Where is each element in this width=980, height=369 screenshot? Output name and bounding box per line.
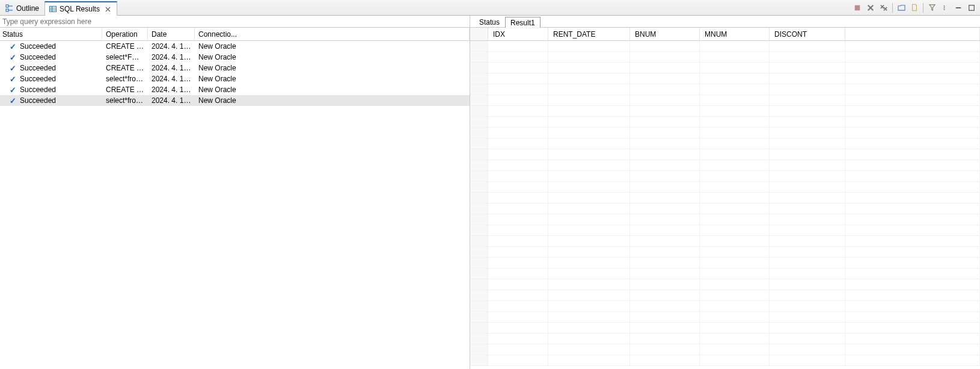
status-row[interactable]: ✓SucceededCREATE TA...2024. 4. 13...New …: [0, 84, 470, 95]
result-row[interactable]: [470, 301, 980, 312]
status-cell: ✓Succeeded: [0, 85, 102, 94]
header-empty: [845, 28, 980, 40]
filter-icon[interactable]: [926, 2, 938, 14]
header-idx[interactable]: IDX: [488, 28, 548, 40]
result-cell: [630, 128, 700, 138]
result-cell: [770, 138, 845, 149]
status-row[interactable]: ✓Succeededselect*from...2024. 4. 13...Ne…: [0, 95, 470, 106]
result-cell: [630, 182, 700, 192]
close-icon[interactable]: [105, 5, 112, 13]
result-cell: [548, 323, 630, 333]
result-row[interactable]: [470, 171, 980, 182]
header-mnum[interactable]: MNUM: [700, 28, 770, 40]
result-row[interactable]: [470, 236, 980, 247]
result-cell: [845, 149, 980, 160]
result-cell: [770, 214, 845, 225]
result-cell: [548, 117, 630, 127]
result-cell: [470, 312, 488, 322]
subtab-result1[interactable]: Result1: [505, 17, 541, 28]
result-cell: [548, 355, 630, 365]
connection-cell: New Oracle: [195, 42, 470, 51]
open-folder-icon[interactable]: [895, 2, 907, 14]
status-text: Succeeded: [20, 85, 56, 94]
minimize-icon[interactable]: [952, 2, 964, 14]
result-cell: [770, 258, 845, 268]
result-cell: [630, 355, 700, 365]
result-cell: [630, 214, 700, 225]
status-row[interactable]: ✓Succeededselect*from...2024. 4. 13...Ne…: [0, 73, 470, 84]
result-row[interactable]: [470, 138, 980, 149]
status-row[interactable]: ✓SucceededCREATE TA...2024. 4. 13...New …: [0, 41, 470, 52]
result-row[interactable]: [470, 268, 980, 279]
result-cell: [470, 323, 488, 333]
tab-sql-results[interactable]: SQL Results: [44, 1, 117, 16]
status-table-header: Status Operation Date Connectio...: [0, 28, 470, 41]
result-row[interactable]: [470, 214, 980, 225]
remove-result-icon[interactable]: [865, 2, 877, 14]
status-cell: ✓Succeeded: [0, 96, 102, 105]
result-row[interactable]: [470, 333, 980, 344]
new-file-icon[interactable]: [908, 2, 920, 14]
result-row[interactable]: [470, 344, 980, 355]
result-cell: [488, 52, 548, 62]
result-row[interactable]: [470, 106, 980, 117]
result-row[interactable]: [470, 312, 980, 323]
stop-icon[interactable]: [851, 2, 863, 14]
subtab-status[interactable]: Status: [474, 16, 505, 27]
result-cell: [845, 323, 980, 333]
query-input[interactable]: [0, 16, 470, 27]
view-menu-icon[interactable]: [939, 2, 951, 14]
result-cell: [488, 73, 548, 84]
result-row[interactable]: [470, 279, 980, 290]
result-cell: [548, 182, 630, 192]
tab-outline[interactable]: Outline: [1, 1, 44, 15]
result-row[interactable]: [470, 95, 980, 106]
header-discont[interactable]: DISCONT: [770, 28, 845, 40]
result-cell: [630, 52, 700, 62]
header-date[interactable]: Date: [148, 28, 195, 40]
status-row[interactable]: ✓SucceededCREATE TA...2024. 4. 13...New …: [0, 63, 470, 73]
result-cell: [470, 236, 488, 246]
result-row[interactable]: [470, 193, 980, 203]
result-cell: [488, 290, 548, 300]
result-row[interactable]: [470, 247, 980, 258]
header-bnum[interactable]: BNUM: [630, 28, 700, 40]
maximize-icon[interactable]: [966, 2, 978, 14]
result-row[interactable]: [470, 149, 980, 160]
result-row[interactable]: [470, 52, 980, 63]
result-cell: [700, 344, 770, 355]
remove-all-results-icon[interactable]: [878, 2, 890, 14]
check-icon: ✓: [10, 75, 16, 83]
result-row[interactable]: [470, 117, 980, 128]
result-cell: [770, 128, 845, 138]
result-cell: [548, 95, 630, 105]
result-cell: [630, 95, 700, 105]
result-cell: [470, 73, 488, 84]
result-row[interactable]: [470, 41, 980, 52]
status-text: Succeeded: [20, 64, 56, 72]
result-cell: [548, 301, 630, 311]
header-status[interactable]: Status: [0, 28, 102, 40]
result-row[interactable]: [470, 258, 980, 268]
status-row[interactable]: ✓Succeededselect*FRO...2024. 4. 13...New…: [0, 52, 470, 63]
result-cell: [770, 268, 845, 279]
result-row[interactable]: [470, 63, 980, 73]
result-row[interactable]: [470, 128, 980, 138]
header-operation[interactable]: Operation: [102, 28, 148, 40]
result-cell: [630, 106, 700, 116]
result-cell: [845, 63, 980, 73]
header-connection[interactable]: Connectio...: [195, 28, 470, 40]
result-row[interactable]: [470, 225, 980, 236]
header-rent-date[interactable]: RENT_DATE: [548, 28, 630, 40]
result-row[interactable]: [470, 73, 980, 84]
result-row[interactable]: [470, 203, 980, 214]
result-cell: [700, 171, 770, 181]
result-row[interactable]: [470, 323, 980, 333]
result-row[interactable]: [470, 160, 980, 171]
result-cell: [700, 268, 770, 279]
result-cell: [548, 138, 630, 149]
result-row[interactable]: [470, 355, 980, 366]
result-row[interactable]: [470, 182, 980, 193]
result-row[interactable]: [470, 290, 980, 301]
result-row[interactable]: [470, 84, 980, 95]
